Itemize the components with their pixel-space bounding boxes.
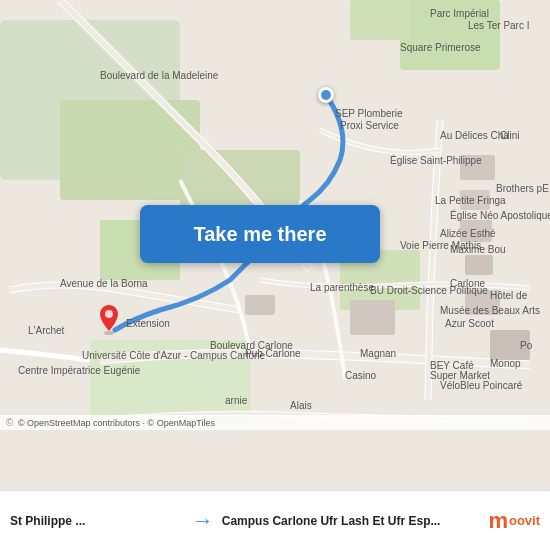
moovit-m-letter: m xyxy=(488,508,508,534)
origin-info: St Philippe ... xyxy=(10,514,184,528)
svg-rect-13 xyxy=(490,330,530,360)
moovit-text: oovit xyxy=(509,513,540,528)
svg-rect-14 xyxy=(350,300,395,335)
origin-marker xyxy=(318,87,334,103)
direction-arrow: → xyxy=(192,508,214,534)
svg-rect-11 xyxy=(465,255,493,275)
svg-rect-9 xyxy=(460,190,490,210)
destination-name: Campus Carlone Ufr Lash Et Ufr Esp... xyxy=(222,514,483,528)
destination-pin xyxy=(97,305,121,335)
svg-rect-10 xyxy=(460,220,492,242)
origin-name: St Philippe ... xyxy=(10,514,184,528)
svg-rect-15 xyxy=(245,295,275,315)
moovit-logo: m oovit xyxy=(488,508,540,534)
svg-rect-1 xyxy=(350,0,410,40)
bottom-navigation-bar: St Philippe ... → Campus Carlone Ufr Las… xyxy=(0,490,550,550)
map-attribution: © © OpenStreetMap contributors · © OpenM… xyxy=(0,415,550,430)
destination-info: Campus Carlone Ufr Lash Et Ufr Esp... xyxy=(222,514,483,528)
svg-rect-0 xyxy=(400,0,500,70)
svg-rect-8 xyxy=(460,155,495,180)
take-me-there-button[interactable]: Take me there xyxy=(140,205,380,263)
svg-point-16 xyxy=(104,331,114,335)
svg-point-17 xyxy=(105,310,113,318)
map-container: Parc ImpérialLes Ter Parc ISquare Primer… xyxy=(0,0,550,490)
svg-rect-12 xyxy=(465,290,500,315)
